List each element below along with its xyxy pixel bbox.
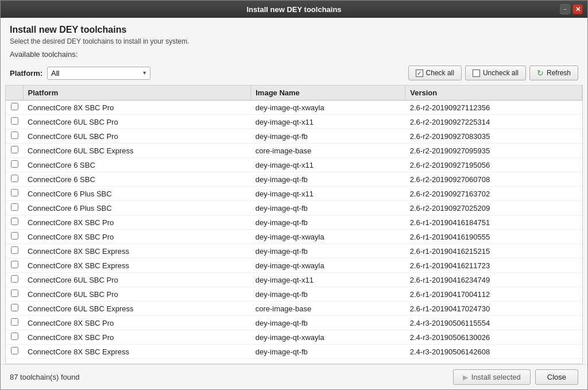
- row-version: 2.6-r2-20190927083035: [405, 129, 582, 144]
- row-checkbox[interactable]: [11, 289, 18, 297]
- row-checkbox[interactable]: [11, 318, 18, 326]
- row-image: dey-image-qt-xwayla: [251, 330, 405, 345]
- uncheck-icon: [473, 69, 480, 77]
- row-checkbox-cell[interactable]: [6, 345, 23, 359]
- window-close-button[interactable]: ✕: [572, 4, 583, 14]
- table-row: ConnectCore 6 Plus SBC dey-image-qt-x11 …: [6, 187, 582, 201]
- row-checkbox-cell[interactable]: [6, 129, 23, 144]
- footer-buttons: ▶ Install selected Close: [453, 369, 578, 385]
- row-checkbox-cell[interactable]: [6, 144, 23, 158]
- row-checkbox-cell[interactable]: [6, 101, 23, 115]
- row-version: 2.6-r1-20190417004112: [405, 287, 582, 302]
- row-checkbox[interactable]: [11, 304, 18, 311]
- close-button[interactable]: Close: [535, 369, 578, 385]
- header-section: Install new DEY toolchains Select the de…: [1, 18, 587, 50]
- row-checkbox-cell[interactable]: [6, 273, 23, 287]
- row-checkbox-cell[interactable]: [6, 287, 23, 302]
- row-checkbox-cell[interactable]: [6, 316, 23, 330]
- row-version: 2.6-r2-20190927112356: [405, 101, 582, 115]
- row-checkbox[interactable]: [11, 175, 18, 182]
- install-selected-label: Install selected: [471, 373, 521, 381]
- row-checkbox[interactable]: [11, 117, 18, 125]
- row-checkbox-cell[interactable]: [6, 244, 23, 258]
- row-checkbox[interactable]: [11, 103, 18, 110]
- row-checkbox-cell[interactable]: [6, 230, 23, 244]
- row-version: 2.4-r3-20190506142608: [405, 345, 582, 359]
- row-version: 2.6-r1-20190416190555: [405, 230, 582, 244]
- table-row: ConnectCore 8X SBC Pro dey-image-qt-fb 2…: [6, 316, 582, 330]
- row-checkbox[interactable]: [11, 232, 18, 240]
- main-title: Install new DEY toolchains: [10, 25, 578, 35]
- row-image: dey-image-qt-fb: [251, 129, 405, 144]
- row-platform: ConnectCore 6UL SBC Pro: [23, 273, 251, 287]
- row-checkbox[interactable]: [11, 246, 18, 254]
- refresh-button[interactable]: ↻ Refresh: [529, 65, 578, 80]
- row-checkbox[interactable]: [11, 261, 18, 268]
- col-platform: Platform: [23, 86, 251, 101]
- platform-label: Platform:: [10, 69, 42, 78]
- row-image: dey-image-qt-x11: [251, 158, 405, 172]
- row-image: dey-image-qt-x11: [251, 187, 405, 201]
- row-platform: ConnectCore 6 SBC: [23, 158, 251, 172]
- check-icon: ✓: [416, 69, 423, 77]
- row-version: 2.6-r1-20190416184751: [405, 215, 582, 230]
- main-window: Install new DEY toolchains − ✕ Install n…: [0, 0, 588, 390]
- table-header-row: Platform Image Name Version: [6, 86, 582, 101]
- table-row: ConnectCore 6UL SBC Pro dey-image-qt-x11…: [6, 115, 582, 129]
- row-platform: ConnectCore 6UL SBC Pro: [23, 129, 251, 144]
- minimize-button[interactable]: −: [560, 4, 570, 14]
- toolchains-table-container[interactable]: Platform Image Name Version ConnectCore …: [5, 85, 583, 364]
- row-image: dey-image-qt-fb: [251, 287, 405, 302]
- row-platform: ConnectCore 8X SBC Express: [23, 258, 251, 273]
- row-platform: ConnectCore 8X SBC Express: [23, 345, 251, 359]
- platform-row: Platform: AllConnectCore 8X SBC ProConne…: [10, 67, 150, 80]
- row-checkbox[interactable]: [11, 333, 18, 340]
- row-checkbox-cell[interactable]: [6, 172, 23, 187]
- row-version: 2.6-r1-20190416234749: [405, 273, 582, 287]
- check-all-button[interactable]: ✓ Check all: [408, 65, 462, 80]
- row-version: 2.6-r1-20190416211723: [405, 258, 582, 273]
- row-checkbox[interactable]: [11, 146, 18, 153]
- row-checkbox[interactable]: [11, 160, 18, 168]
- platform-select[interactable]: AllConnectCore 8X SBC ProConnectCore 6UL…: [47, 67, 150, 80]
- uncheck-all-button[interactable]: Uncheck all: [465, 65, 526, 80]
- table-row: ConnectCore 6UL SBC Express core-image-b…: [6, 144, 582, 158]
- row-checkbox-cell[interactable]: [6, 302, 23, 316]
- row-platform: ConnectCore 6UL SBC Pro: [23, 287, 251, 302]
- titlebar: Install new DEY toolchains − ✕: [1, 1, 587, 18]
- refresh-label: Refresh: [547, 69, 571, 77]
- toolchain-count: 87 toolchain(s) found: [10, 373, 79, 381]
- row-checkbox[interactable]: [11, 275, 18, 283]
- row-checkbox[interactable]: [11, 347, 18, 354]
- row-platform: ConnectCore 8X SBC Pro: [23, 101, 251, 115]
- row-checkbox-cell[interactable]: [6, 201, 23, 215]
- row-version: 2.6-r2-20190927095935: [405, 144, 582, 158]
- row-image: dey-image-qt-fb: [251, 215, 405, 230]
- row-checkbox[interactable]: [11, 132, 18, 139]
- row-version: 2.6-r2-20190927163702: [405, 187, 582, 201]
- row-platform: ConnectCore 6 Plus SBC: [23, 187, 251, 201]
- row-checkbox-cell[interactable]: [6, 215, 23, 230]
- row-checkbox-cell[interactable]: [6, 187, 23, 201]
- row-checkbox-cell[interactable]: [6, 258, 23, 273]
- row-image: dey-image-qt-fb: [251, 201, 405, 215]
- row-platform: ConnectCore 6 Plus SBC: [23, 201, 251, 215]
- row-version: 2.6-r1-20190416215215: [405, 244, 582, 258]
- row-checkbox-cell[interactable]: [6, 158, 23, 172]
- row-platform: ConnectCore 6UL SBC Express: [23, 302, 251, 316]
- available-label: Available toolchains:: [1, 50, 587, 61]
- row-platform: ConnectCore 6 SBC: [23, 172, 251, 187]
- row-checkbox-cell[interactable]: [6, 115, 23, 129]
- row-image: dey-image-qt-fb: [251, 345, 405, 359]
- row-image: core-image-base: [251, 302, 405, 316]
- row-checkbox[interactable]: [11, 189, 18, 196]
- row-checkbox-cell[interactable]: [6, 330, 23, 345]
- row-checkbox[interactable]: [11, 203, 18, 211]
- install-selected-button[interactable]: ▶ Install selected: [453, 369, 531, 385]
- toolchains-table: Platform Image Name Version ConnectCore …: [6, 86, 582, 359]
- table-row: ConnectCore 8X SBC Express dey-image-qt-…: [6, 258, 582, 273]
- table-row: ConnectCore 8X SBC Pro dey-image-qt-fb 2…: [6, 215, 582, 230]
- row-image: dey-image-qt-x11: [251, 115, 405, 129]
- row-image: dey-image-qt-xwayla: [251, 230, 405, 244]
- row-checkbox[interactable]: [11, 218, 18, 225]
